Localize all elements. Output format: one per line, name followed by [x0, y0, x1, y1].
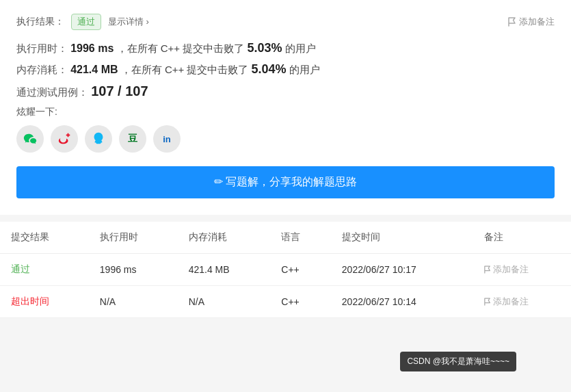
- linkedin-text: in: [163, 134, 171, 144]
- col-header-result: 提交结果: [0, 222, 89, 254]
- share-douban-button[interactable]: 豆: [119, 125, 146, 153]
- submitted-cell: 2022/06/27 10:17: [331, 254, 473, 286]
- fail-result-link[interactable]: 超出时间: [11, 296, 49, 306]
- share-label: 炫耀一下:: [16, 106, 555, 118]
- csdn-tooltip: CSDN @我不是萧海哇~~~~: [400, 352, 516, 371]
- write-solution-button[interactable]: ✏ 写题解，分享我的解题思路: [16, 166, 555, 198]
- share-weibo-button[interactable]: [51, 125, 78, 153]
- time-label: 执行用时：: [16, 42, 68, 54]
- add-note-button-top[interactable]: 添加备注: [508, 16, 555, 28]
- memory-cell: 421.4 MB: [178, 254, 271, 286]
- result-row: 执行结果： 通过 显示详情 › 添加备注: [16, 14, 555, 30]
- time-cell: N/A: [89, 286, 178, 318]
- share-qq-button[interactable]: [85, 125, 112, 153]
- lang-cell: C++: [270, 254, 331, 286]
- note-cell: 添加备注: [473, 254, 571, 286]
- col-header-submitted: 提交时间: [331, 222, 473, 254]
- result-left: 执行结果： 通过 显示详情 ›: [16, 14, 149, 30]
- pass-badge: 通过: [71, 14, 101, 30]
- table-row: 通过1996 ms421.4 MBC++2022/06/27 10:17 添加备…: [0, 254, 571, 286]
- table-header-row: 提交结果 执行用时 内存消耗 语言 提交时间 备注: [0, 222, 571, 254]
- flag-icon: [508, 17, 516, 27]
- add-note-button-row[interactable]: 添加备注: [484, 263, 529, 276]
- mem-suffix: 的用户: [289, 64, 320, 75]
- memory-stat-row: 内存消耗： 421.4 MB ，在所有 C++ 提交中击败了 5.04% 的用户: [16, 62, 555, 77]
- mem-desc: ，在所有 C++ 提交中击败了: [121, 64, 249, 75]
- col-header-time: 执行用时: [89, 222, 178, 254]
- time-pct: 5.03%: [247, 41, 282, 55]
- time-cell: 1996 ms: [89, 254, 178, 286]
- add-note-button-row[interactable]: 添加备注: [484, 296, 529, 308]
- submitted-cell: 2022/06/27 10:14: [331, 286, 473, 318]
- douban-text: 豆: [128, 133, 137, 145]
- col-header-note: 备注: [473, 222, 571, 254]
- mem-pct: 5.04%: [252, 62, 287, 76]
- tests-stat-row: 通过测试用例： 107 / 107: [16, 83, 555, 99]
- share-wechat-button[interactable]: [16, 125, 44, 153]
- detail-link[interactable]: 显示详情 ›: [108, 16, 149, 28]
- table-row: 超出时间N/AN/AC++2022/06/27 10:14 添加备注: [0, 286, 571, 318]
- share-icons-row: 豆 in: [16, 125, 555, 153]
- time-stat-row: 执行用时： 1996 ms ，在所有 C++ 提交中击败了 5.03% 的用户: [16, 41, 555, 55]
- col-header-memory: 内存消耗: [178, 222, 271, 254]
- flag-icon-small: [484, 298, 491, 306]
- mem-label: 内存消耗：: [16, 64, 68, 75]
- tests-value: 107 / 107: [91, 83, 148, 99]
- lang-cell: C++: [270, 286, 331, 318]
- share-section: 炫耀一下:: [16, 106, 555, 153]
- add-note-label-top: 添加备注: [519, 16, 555, 28]
- submissions-table-section: 提交结果 执行用时 内存消耗 语言 提交时间 备注 通过1996 ms421.4…: [0, 222, 571, 318]
- col-header-lang: 语言: [270, 222, 331, 254]
- note-cell: 添加备注: [473, 286, 571, 318]
- pass-result-link[interactable]: 通过: [11, 263, 30, 274]
- flag-icon-small: [484, 265, 491, 274]
- execution-result-label: 执行结果：: [16, 16, 64, 28]
- wechat-icon: [23, 131, 38, 146]
- share-linkedin-button[interactable]: in: [153, 125, 181, 153]
- time-value: 1996 ms: [70, 42, 114, 54]
- memory-cell: N/A: [178, 286, 271, 318]
- submissions-table: 提交结果 执行用时 内存消耗 语言 提交时间 备注 通过1996 ms421.4…: [0, 222, 571, 318]
- result-card: 执行结果： 通过 显示详情 › 添加备注 执行用时： 1996 ms ，在所有 …: [0, 0, 571, 215]
- tests-label: 通过测试用例：: [16, 86, 88, 98]
- weibo-icon: [57, 131, 72, 146]
- time-suffix: 的用户: [285, 42, 316, 54]
- mem-value: 421.4 MB: [70, 64, 118, 75]
- time-desc: ，在所有 C++ 提交中击败了: [117, 42, 245, 54]
- qq-icon: [91, 131, 106, 146]
